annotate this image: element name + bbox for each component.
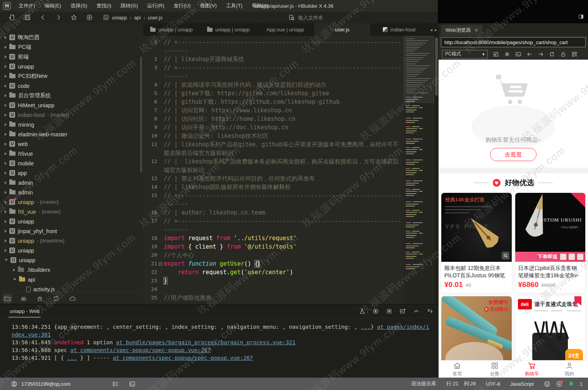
sidebar-scrollbar[interactable] xyxy=(140,57,142,173)
tree-item-17[interactable]: Uuniapp - {master} xyxy=(0,197,143,207)
log-source-link[interactable]: at components/spec-popup/spec-popup.vue:… xyxy=(70,347,211,353)
tree-item-20[interactable]: Ujinpai_yhyl_front xyxy=(0,226,143,236)
clear-console-icon[interactable] xyxy=(427,308,433,314)
chevron-right-icon[interactable] xyxy=(13,268,15,271)
tree-item-0[interactable]: U嗨淘巴西 xyxy=(0,33,143,42)
tree-item-9[interactable]: mining xyxy=(0,120,143,129)
file-search[interactable] xyxy=(288,13,428,22)
menu-item-3[interactable]: 查找(I) xyxy=(93,1,115,11)
tree-item-2[interactable]: U前端 xyxy=(0,52,143,62)
chevron-right-icon[interactable] xyxy=(5,230,7,233)
chevron-right-icon[interactable] xyxy=(5,210,7,213)
chevron-down-icon[interactable] xyxy=(13,278,16,280)
browser-forward-icon[interactable] xyxy=(538,51,544,57)
search-icon[interactable] xyxy=(20,295,27,302)
breadcrumb-item-0[interactable]: uniapp xyxy=(112,15,127,21)
tree-item-24[interactable]: .hbuilderx xyxy=(0,265,143,275)
account-icon[interactable] xyxy=(11,381,17,387)
tree-item-6[interactable]: 后台管理系统 xyxy=(0,91,143,100)
chevron-right-icon[interactable] xyxy=(5,133,7,136)
run-icon[interactable] xyxy=(86,14,93,21)
tree-item-13[interactable]: Umobile xyxy=(0,158,143,168)
tree-item-11[interactable]: Uweb xyxy=(0,139,143,149)
restart-icon[interactable] xyxy=(372,308,379,314)
chevron-right-icon[interactable] xyxy=(5,46,7,49)
account-email[interactable]: 1735031199@qq.com xyxy=(21,381,70,387)
open-external-icon[interactable] xyxy=(493,51,499,57)
menu-item-7[interactable]: 视图(V) xyxy=(196,1,220,11)
tree-item-5[interactable]: Ucode xyxy=(0,81,143,91)
tree-item-15[interactable]: admin xyxy=(0,178,143,187)
stop-icon[interactable] xyxy=(386,308,393,314)
chevron-right-icon[interactable] xyxy=(5,172,7,175)
chevron-right-icon[interactable] xyxy=(5,84,7,88)
tree-item-10[interactable]: eladmin-web-master xyxy=(0,129,143,139)
browser-tab[interactable]: Web浏览器 × xyxy=(441,25,483,36)
log-source-link[interactable]: at components/spec-popup/spec-popup.vue:… xyxy=(113,355,253,361)
editor-tab-4[interactable]: indian-food xyxy=(371,23,428,36)
encoding-label[interactable]: UTF-8 xyxy=(486,381,500,387)
browser-back-icon[interactable] xyxy=(526,51,533,57)
cursor-col[interactable]: 列:28 xyxy=(464,380,476,387)
chevron-right-icon[interactable] xyxy=(5,55,7,58)
menu-item-4[interactable]: 跳转(G) xyxy=(117,1,142,11)
terminal-icon[interactable] xyxy=(129,381,135,387)
mobile-tab-cart[interactable]: 购物车 xyxy=(513,361,551,378)
tab-scroll-arrows[interactable]: ◂ ▸ xyxy=(430,23,437,36)
editor-tab-2[interactable]: App.vue | uniapp xyxy=(257,23,314,36)
tree-item-16[interactable]: admin xyxy=(0,187,143,197)
chevron-right-icon[interactable] xyxy=(5,65,7,68)
bookmark-star-icon[interactable] xyxy=(70,14,77,21)
notification-count[interactable]: 1 xyxy=(580,381,583,387)
navigate-back-icon[interactable] xyxy=(39,14,46,21)
tree-item-7[interactable]: UHiMeet_uniapp xyxy=(0,100,143,110)
chevron-right-icon[interactable] xyxy=(5,143,7,146)
breadcrumb-item-1[interactable]: api xyxy=(134,15,141,21)
menu-item-8[interactable]: 工具(T) xyxy=(222,1,247,11)
product-card-2[interactable]: 免费赠字S英雄墨水 xyxy=(441,296,512,365)
tree-item-8[interactable]: Uindian-food - {master} xyxy=(0,110,143,120)
tree-item-3[interactable]: Uuinapp xyxy=(0,62,143,71)
refresh-icon[interactable] xyxy=(53,295,60,302)
zoom-icon[interactable] xyxy=(502,252,509,259)
browser-refresh-icon[interactable] xyxy=(549,51,555,57)
project-manager-icon[interactable] xyxy=(4,295,11,302)
address-bar[interactable] xyxy=(441,37,586,47)
close-icon[interactable]: × xyxy=(475,27,478,33)
breadcrumb-item-2[interactable]: user.js xyxy=(148,15,163,21)
notification-bell-icon[interactable] xyxy=(568,381,574,387)
devtools-console-icon[interactable] xyxy=(515,51,521,57)
chevron-right-icon[interactable] xyxy=(5,201,7,204)
fold-toggle-icon[interactable] xyxy=(157,259,164,268)
file-search-input[interactable] xyxy=(298,15,414,21)
chevron-right-icon[interactable] xyxy=(5,249,7,252)
go-shopping-button[interactable]: 去逛逛 xyxy=(490,148,537,161)
product-card-3[interactable]: deli速干直液式走珠笔24支 xyxy=(515,296,586,365)
console-tab[interactable]: uniapp - Web xyxy=(9,305,41,318)
log-source-link[interactable]: ... xyxy=(67,355,77,361)
tree-item-21[interactable]: Uuniapp - {drawkline} xyxy=(0,236,143,246)
chevron-right-icon[interactable] xyxy=(5,94,7,97)
mobile-tab-home[interactable]: 首页 xyxy=(439,361,476,378)
debug-icon[interactable] xyxy=(36,295,43,302)
uni-service-icon[interactable] xyxy=(544,381,550,387)
product-card-1[interactable]: CUSTOM URUSHI- FKV-888R -下单即送日本进口pilot百乐… xyxy=(515,193,586,293)
mobile-tab-user[interactable]: 我的 xyxy=(551,361,588,378)
tree-item-22[interactable]: Uuniapp xyxy=(0,246,143,255)
url-input[interactable] xyxy=(441,40,585,45)
update-available-icon[interactable] xyxy=(556,381,562,387)
chevron-right-icon[interactable] xyxy=(5,75,7,78)
navigate-forward-icon[interactable] xyxy=(55,14,62,21)
chevron-down-icon[interactable] xyxy=(5,259,8,261)
language-label[interactable]: JavaScript xyxy=(510,381,534,387)
settings-gear-icon[interactable] xyxy=(504,51,510,57)
chevron-right-icon[interactable] xyxy=(5,152,7,155)
chevron-right-icon[interactable] xyxy=(5,113,7,117)
chevron-right-icon[interactable] xyxy=(5,36,7,39)
tree-item-23[interactable]: Uuniapp xyxy=(0,255,143,265)
collapse-panel-icon[interactable] xyxy=(413,308,420,314)
tree-item-19[interactable]: Uuniapp xyxy=(0,216,143,226)
tree-item-1[interactable]: PC端 xyxy=(0,42,143,52)
qr-code-icon[interactable] xyxy=(571,51,578,57)
tree-item-25[interactable]: api xyxy=(0,275,143,284)
